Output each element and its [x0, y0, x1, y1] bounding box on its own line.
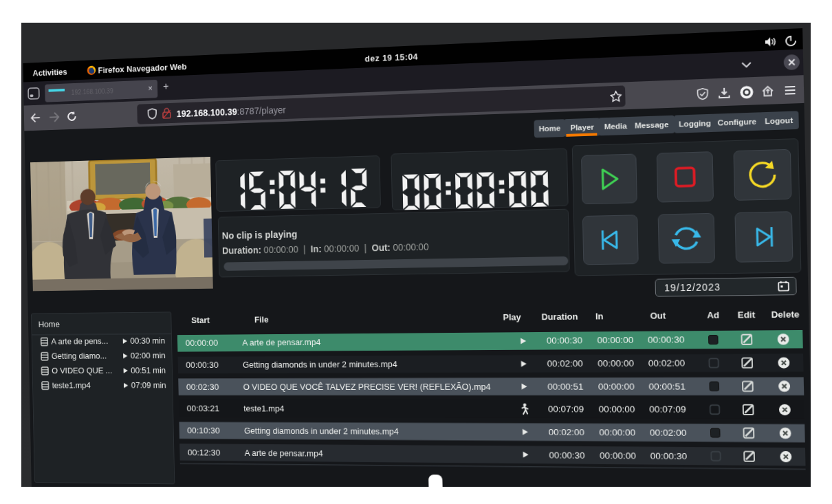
- svg-text:02:00 min: 02:00 min: [131, 351, 166, 360]
- svg-text:00:00:30: 00:00:30: [549, 450, 585, 461]
- svg-text:Home: Home: [39, 319, 61, 329]
- svg-text:00:02:00: 00:02:00: [549, 427, 585, 438]
- svg-text:00:12:30: 00:12:30: [188, 447, 221, 457]
- svg-text:Start: Start: [191, 316, 210, 325]
- svg-text:Ad: Ad: [707, 310, 719, 320]
- svg-text:A arte de pensar.mp4: A arte de pensar.mp4: [242, 338, 321, 348]
- svg-text:Getting diamonds in under 2 mi: Getting diamonds in under 2 minutes.mp4: [243, 360, 397, 369]
- svg-text:00:00:30: 00:00:30: [650, 450, 687, 461]
- svg-text:00:00:00: 00:00:00: [600, 450, 636, 461]
- svg-text:Out: Out: [650, 311, 666, 320]
- svg-text:00:00:30: 00:00:30: [547, 336, 583, 347]
- svg-text:00:00:00: 00:00:00: [597, 335, 633, 346]
- svg-text:Getting diamonds in under 2 mi: Getting diamonds in under 2 minutes.mp4: [244, 426, 399, 436]
- svg-text:00:51 min: 00:51 min: [131, 366, 166, 375]
- svg-text:00:00:00: 00:00:00: [598, 404, 635, 415]
- svg-text:00:10:30: 00:10:30: [187, 426, 220, 436]
- svg-text:teste1.mp4: teste1.mp4: [243, 404, 285, 413]
- svg-text:00:07:09: 00:07:09: [649, 404, 686, 415]
- svg-text:Edit: Edit: [738, 310, 756, 320]
- svg-text:00:03:21: 00:03:21: [186, 404, 219, 414]
- svg-text:00:07:09: 00:07:09: [548, 404, 584, 415]
- svg-text:Getting diamo...: Getting diamo...: [52, 352, 107, 361]
- svg-text:00:00:00: 00:00:00: [185, 338, 218, 349]
- svg-text:00:02:30: 00:02:30: [186, 382, 219, 392]
- svg-text:00:00:00: 00:00:00: [598, 381, 635, 392]
- svg-text:File: File: [254, 315, 269, 324]
- svg-text:00:00:51: 00:00:51: [547, 381, 584, 392]
- svg-text:07:09 min: 07:09 min: [131, 381, 166, 390]
- svg-text:00:30 min: 00:30 min: [130, 336, 165, 345]
- svg-text:O VIDEO QUE VOCÊ TALVEZ PRECIS: O VIDEO QUE VOCÊ TALVEZ PRECISE VER! (RE…: [243, 382, 492, 391]
- svg-text:Play: Play: [503, 312, 521, 321]
- svg-text:A arte de pens...: A arte de pens...: [51, 337, 108, 346]
- svg-text:00:02:00: 00:02:00: [648, 358, 686, 369]
- svg-text:In: In: [595, 311, 604, 320]
- svg-text:00:02:00: 00:02:00: [650, 427, 687, 438]
- svg-text:00:00:30: 00:00:30: [648, 335, 685, 346]
- svg-text:00:00:51: 00:00:51: [648, 381, 686, 392]
- svg-text:Delete: Delete: [771, 309, 800, 319]
- svg-text:Duration: Duration: [541, 312, 578, 322]
- svg-text:teste1.mp4: teste1.mp4: [52, 381, 91, 390]
- svg-text:00:00:00: 00:00:00: [598, 358, 634, 369]
- svg-text:00:02:00: 00:02:00: [547, 358, 583, 369]
- svg-text:O VIDEO QUE ...: O VIDEO QUE ...: [52, 366, 112, 375]
- svg-text:A arte de pensar.mp4: A arte de pensar.mp4: [245, 448, 324, 458]
- svg-text:00:00:00: 00:00:00: [599, 427, 635, 438]
- svg-text:00:00:30: 00:00:30: [186, 360, 219, 370]
